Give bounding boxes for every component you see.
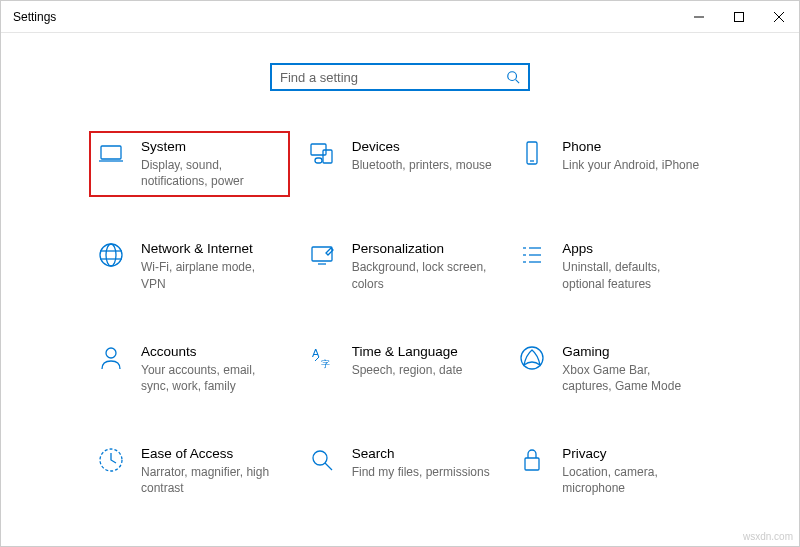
content-area: System Display, sound, notifications, po… — [1, 33, 799, 547]
tile-desc: Link your Android, iPhone — [562, 157, 703, 173]
tile-desc: Display, sound, notifications, power — [141, 157, 282, 189]
tile-title: Devices — [352, 139, 493, 154]
tile-gaming[interactable]: Gaming Xbox Game Bar, captures, Game Mod… — [510, 336, 711, 402]
maximize-icon — [734, 12, 744, 22]
tile-title: Network & Internet — [141, 241, 282, 256]
maximize-button[interactable] — [719, 1, 759, 32]
phone-icon — [518, 139, 546, 167]
svg-point-4 — [508, 72, 517, 81]
search-container — [1, 63, 799, 91]
svg-point-13 — [100, 244, 122, 266]
time-icon: A字 — [308, 344, 336, 372]
tile-desc: Find my files, permissions — [352, 464, 493, 480]
tile-ease[interactable]: Ease of Access Narrator, magnifier, high… — [89, 438, 290, 504]
tile-title: Phone — [562, 139, 703, 154]
minimize-icon — [694, 12, 704, 22]
system-icon — [97, 139, 125, 167]
tile-time[interactable]: A字 Time & Language Speech, region, date — [300, 336, 501, 402]
svg-line-31 — [325, 463, 332, 470]
search-tile-icon — [308, 446, 336, 474]
tile-desc: Your accounts, email, sync, work, family — [141, 362, 282, 394]
watermark: wsxdn.com — [743, 531, 793, 542]
tile-privacy[interactable]: Privacy Location, camera, microphone — [510, 438, 711, 504]
tile-desc: Narrator, magnifier, high contrast — [141, 464, 282, 496]
tile-title: Search — [352, 446, 493, 461]
settings-window: Settings S — [0, 0, 800, 547]
tile-apps[interactable]: Apps Uninstall, defaults, optional featu… — [510, 233, 711, 299]
svg-point-30 — [313, 451, 327, 465]
svg-rect-10 — [315, 158, 322, 163]
search-icon — [506, 70, 520, 84]
tile-personalization[interactable]: Personalization Background, lock screen,… — [300, 233, 501, 299]
svg-rect-1 — [735, 12, 744, 21]
tile-title: Privacy — [562, 446, 703, 461]
tile-desc: Location, camera, microphone — [562, 464, 703, 496]
tile-search[interactable]: Search Find my files, permissions — [300, 438, 501, 504]
svg-point-14 — [106, 244, 116, 266]
svg-rect-9 — [323, 150, 332, 163]
tile-title: System — [141, 139, 282, 154]
accounts-icon — [97, 344, 125, 372]
tile-title: Gaming — [562, 344, 703, 359]
network-icon — [97, 241, 125, 269]
tile-title: Ease of Access — [141, 446, 282, 461]
tile-update[interactable]: Update & Security Windows Update, recove… — [89, 541, 290, 548]
ease-icon — [97, 446, 125, 474]
tile-system[interactable]: System Display, sound, notifications, po… — [89, 131, 290, 197]
tile-title: Accounts — [141, 344, 282, 359]
personalization-icon — [308, 241, 336, 269]
tile-desc: Background, lock screen, colors — [352, 259, 493, 291]
svg-point-25 — [106, 348, 116, 358]
tile-desc: Xbox Game Bar, captures, Game Mode — [562, 362, 703, 394]
svg-line-5 — [516, 80, 520, 84]
settings-grid: System Display, sound, notifications, po… — [1, 131, 799, 547]
search-box[interactable] — [270, 63, 530, 91]
gaming-icon — [518, 344, 546, 372]
close-icon — [774, 12, 784, 22]
tile-devices[interactable]: Devices Bluetooth, printers, mouse — [300, 131, 501, 197]
svg-rect-6 — [101, 146, 121, 159]
tile-accounts[interactable]: Accounts Your accounts, email, sync, wor… — [89, 336, 290, 402]
tile-desc: Wi-Fi, airplane mode, VPN — [141, 259, 282, 291]
minimize-button[interactable] — [679, 1, 719, 32]
tile-phone[interactable]: Phone Link your Android, iPhone — [510, 131, 711, 197]
window-controls — [679, 1, 799, 32]
apps-icon — [518, 241, 546, 269]
titlebar: Settings — [1, 1, 799, 33]
tile-title: Personalization — [352, 241, 493, 256]
tile-desc: Bluetooth, printers, mouse — [352, 157, 493, 173]
search-input[interactable] — [280, 70, 506, 85]
svg-rect-32 — [525, 458, 539, 470]
tile-title: Time & Language — [352, 344, 493, 359]
window-title: Settings — [13, 10, 56, 24]
tile-desc: Speech, region, date — [352, 362, 493, 378]
svg-text:字: 字 — [321, 359, 330, 369]
devices-icon — [308, 139, 336, 167]
tile-desc: Uninstall, defaults, optional features — [562, 259, 703, 291]
close-button[interactable] — [759, 1, 799, 32]
privacy-icon — [518, 446, 546, 474]
tile-network[interactable]: Network & Internet Wi-Fi, airplane mode,… — [89, 233, 290, 299]
tile-title: Apps — [562, 241, 703, 256]
